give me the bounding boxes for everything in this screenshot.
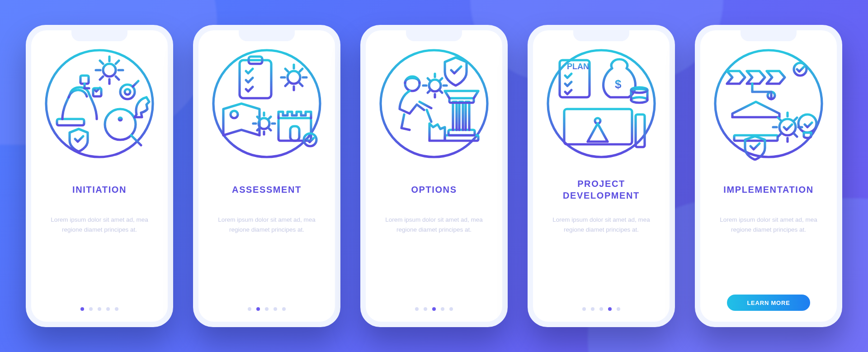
onboarding-stage: INITIATIONLorem ipsum dolor sit amet ad,… bbox=[0, 0, 868, 352]
page-dot[interactable] bbox=[608, 307, 612, 311]
phone-screen: IMPLEMENTATIONLorem ipsum dolor sit amet… bbox=[700, 30, 837, 322]
page-dot[interactable] bbox=[415, 307, 419, 311]
onboarding-description: Lorem ipsum dolor sit amet ad, mea regio… bbox=[211, 215, 322, 234]
phone-screen: PROJECT DEVELOPMENTLorem ipsum dolor sit… bbox=[533, 30, 670, 322]
onboarding-description: Lorem ipsum dolor sit amet ad, mea regio… bbox=[713, 215, 824, 234]
project-dev-icon bbox=[544, 47, 658, 161]
page-dot[interactable] bbox=[98, 307, 101, 311]
page-dot[interactable] bbox=[617, 307, 620, 311]
phone-screen: INITIATIONLorem ipsum dolor sit amet ad,… bbox=[31, 30, 168, 322]
phone-notch bbox=[573, 30, 629, 41]
onboarding-title: IMPLEMENTATION bbox=[723, 178, 813, 201]
phone-mockup-2: OPTIONSLorem ipsum dolor sit amet ad, me… bbox=[360, 25, 508, 327]
page-dot[interactable] bbox=[274, 307, 277, 311]
phone-mockup-3: PROJECT DEVELOPMENTLorem ipsum dolor sit… bbox=[528, 25, 675, 327]
page-dot[interactable] bbox=[441, 307, 444, 311]
phone-notch bbox=[741, 30, 797, 41]
phone-screen: OPTIONSLorem ipsum dolor sit amet ad, me… bbox=[366, 30, 502, 322]
page-dot[interactable] bbox=[106, 307, 110, 311]
page-dot[interactable] bbox=[248, 307, 251, 311]
initiation-icon bbox=[42, 47, 156, 161]
page-dot[interactable] bbox=[432, 307, 436, 311]
page-dot[interactable] bbox=[582, 307, 586, 311]
onboarding-title: OPTIONS bbox=[411, 178, 457, 201]
onboarding-description: Lorem ipsum dolor sit amet ad, mea regio… bbox=[44, 215, 155, 234]
page-dot[interactable] bbox=[449, 307, 453, 311]
page-dot[interactable] bbox=[591, 307, 594, 311]
onboarding-description: Lorem ipsum dolor sit amet ad, mea regio… bbox=[546, 215, 657, 234]
onboarding-title: PROJECT DEVELOPMENT bbox=[544, 178, 659, 201]
assessment-icon bbox=[210, 47, 324, 161]
page-dot[interactable] bbox=[424, 307, 427, 311]
page-indicator bbox=[415, 307, 453, 311]
onboarding-title: ASSESSMENT bbox=[232, 178, 302, 201]
page-dot[interactable] bbox=[599, 307, 603, 311]
page-dot[interactable] bbox=[115, 307, 118, 311]
implementation-icon bbox=[712, 47, 826, 161]
options-icon bbox=[377, 47, 491, 161]
page-dot[interactable] bbox=[256, 307, 260, 311]
phone-notch bbox=[406, 30, 462, 41]
phone-screen: ASSESSMENTLorem ipsum dolor sit amet ad,… bbox=[198, 30, 335, 322]
phone-notch bbox=[239, 30, 295, 41]
onboarding-title: INITIATION bbox=[72, 178, 127, 201]
page-indicator bbox=[80, 307, 118, 311]
page-indicator bbox=[248, 307, 286, 311]
page-dot[interactable] bbox=[265, 307, 269, 311]
phone-mockup-1: ASSESSMENTLorem ipsum dolor sit amet ad,… bbox=[193, 25, 340, 327]
page-indicator bbox=[582, 307, 620, 311]
page-dot[interactable] bbox=[89, 307, 93, 311]
onboarding-description: Lorem ipsum dolor sit amet ad, mea regio… bbox=[378, 215, 490, 234]
page-dot[interactable] bbox=[282, 307, 286, 311]
page-dot[interactable] bbox=[80, 307, 84, 311]
phone-mockup-0: INITIATIONLorem ipsum dolor sit amet ad,… bbox=[26, 25, 173, 327]
phone-mockup-4: IMPLEMENTATIONLorem ipsum dolor sit amet… bbox=[695, 25, 842, 327]
phone-notch bbox=[71, 30, 127, 41]
learn-more-button[interactable]: LEARN MORE bbox=[727, 295, 810, 311]
